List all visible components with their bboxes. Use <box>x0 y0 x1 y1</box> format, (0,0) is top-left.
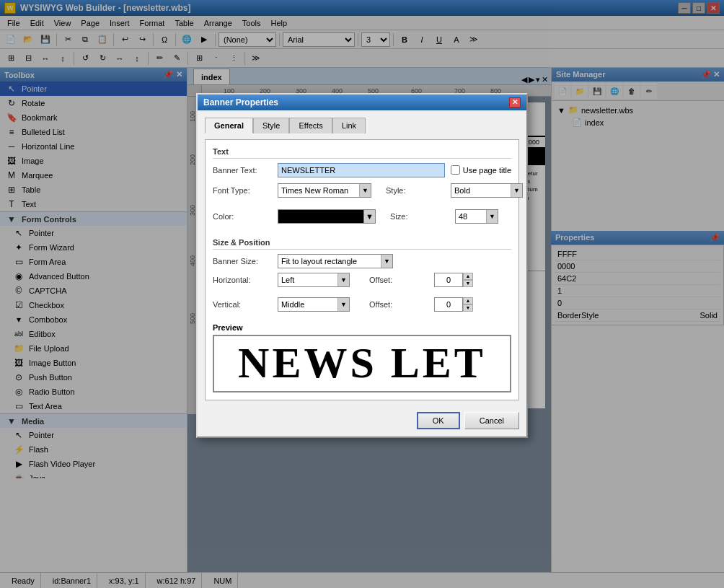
dialog-tab-bar: General Style Effects Link <box>205 118 519 133</box>
horiz-offset-up[interactable]: ▲ <box>463 273 473 280</box>
size-col: Size: 48 ▼ <box>390 209 511 229</box>
style-arrow[interactable]: ▼ <box>511 184 522 197</box>
use-page-title-row: Use page title <box>451 165 511 175</box>
vert-col: Vertical: Middle ▼ <box>213 297 355 317</box>
vert-offset-spinner[interactable]: ▲ ▼ <box>434 297 473 312</box>
banner-size-select[interactable]: Fit to layout rectangle ▼ <box>278 254 393 268</box>
cancel-button[interactable]: Cancel <box>464 412 519 429</box>
horiz-offset-label: Offset: <box>369 276 434 284</box>
font-type-label: Font Type: <box>213 186 278 195</box>
horiz-offset-down[interactable]: ▼ <box>463 280 473 287</box>
dialog-tab-content: Text Banner Text: Use page title Font Ty… <box>205 139 519 400</box>
style-select[interactable]: Bold ▼ <box>451 183 523 198</box>
horizontal-value: Left <box>278 276 337 284</box>
banner-text-input[interactable] <box>278 163 445 177</box>
horiz-offset-btns: ▲ ▼ <box>463 273 473 287</box>
dialog-title-text: Banner Properties <box>203 97 278 107</box>
dialog-tab-general[interactable]: General <box>205 118 253 133</box>
vert-offset-up[interactable]: ▲ <box>463 297 473 304</box>
banner-properties-dialog: Banner Properties ✕ General Style Effect… <box>196 93 528 438</box>
color-row: Color: ▼ <box>213 209 376 224</box>
horizontal-arrow[interactable]: ▼ <box>337 273 349 286</box>
dialog-tab-link[interactable]: Link <box>332 118 366 133</box>
vert-offset-row: Offset: ▲ ▼ <box>369 297 511 312</box>
size-label: Size: <box>390 212 455 221</box>
use-page-title-checkbox[interactable] <box>451 165 460 175</box>
horizontal-select[interactable]: Left ▼ <box>278 273 350 287</box>
use-page-title-label: Use page title <box>463 166 511 175</box>
banner-size-row: Banner Size: Fit to layout rectangle ▼ <box>213 254 511 268</box>
ok-button[interactable]: OK <box>417 412 460 429</box>
vert-form-row: Vertical: Middle ▼ <box>213 297 355 312</box>
style-label: Style: <box>386 186 451 195</box>
banner-text-row: Banner Text: Use page title <box>213 163 511 177</box>
color-col: Color: ▼ <box>213 209 376 229</box>
dialog-tab-style[interactable]: Style <box>253 118 289 133</box>
horiz-offset-input[interactable] <box>434 273 463 287</box>
style-value: Bold <box>451 186 511 195</box>
color-label: Color: <box>213 212 278 221</box>
vertical-row: Vertical: Middle ▼ Offset: <box>213 297 511 317</box>
color-picker[interactable] <box>278 209 364 224</box>
horizontal-row: Horizontal: Left ▼ Offset: <box>213 273 511 293</box>
size-position-title: Size & Position <box>213 238 511 250</box>
vert-offset-btns: ▲ ▼ <box>463 297 473 312</box>
font-type-value: Times New Roman <box>278 186 359 195</box>
font-style-row: Font Type: Times New Roman ▼ Style: Bold <box>213 183 511 203</box>
modal-overlay: Banner Properties ✕ General Style Effect… <box>0 0 724 588</box>
color-dropdown-btn[interactable]: ▼ <box>364 209 376 224</box>
size-select[interactable]: 48 ▼ <box>455 209 498 224</box>
dialog-close-button[interactable]: ✕ <box>509 97 521 107</box>
horiz-col: Horizontal: Left ▼ <box>213 273 355 293</box>
vert-offset-input[interactable] <box>434 297 463 312</box>
horiz-offset-spinner[interactable]: ▲ ▼ <box>434 273 473 287</box>
vertical-arrow[interactable]: ▼ <box>337 298 349 311</box>
preview-area: NEWS LET <box>213 335 511 392</box>
horiz-offset-row: Offset: ▲ ▼ <box>369 273 511 287</box>
horiz-offset-col: Offset: ▲ ▼ <box>369 273 511 293</box>
size-arrow[interactable]: ▼ <box>486 210 498 223</box>
font-type-select[interactable]: Times New Roman ▼ <box>278 183 371 198</box>
horiz-form-row: Horizontal: Left ▼ <box>213 273 355 287</box>
banner-text-label: Banner Text: <box>213 166 278 175</box>
horizontal-label: Horizontal: <box>213 276 278 284</box>
dialog-buttons: OK Cancel <box>205 408 519 429</box>
vert-offset-col: Offset: ▲ ▼ <box>369 297 511 317</box>
preview-text: NEWS LET <box>238 338 486 388</box>
font-type-row: Font Type: Times New Roman ▼ <box>213 183 371 198</box>
font-type-col: Font Type: Times New Roman ▼ <box>213 183 371 203</box>
vertical-label: Vertical: <box>213 300 278 309</box>
dialog-body: General Style Effects Link Text Banner T… <box>198 110 526 436</box>
preview-label: Preview <box>213 323 511 332</box>
vert-offset-label: Offset: <box>369 300 434 309</box>
dialog-tab-effects[interactable]: Effects <box>289 118 332 133</box>
size-row: Size: 48 ▼ <box>390 209 511 224</box>
dialog-title-bar: Banner Properties ✕ <box>198 95 526 110</box>
style-row: Style: Bold ▼ <box>386 183 523 198</box>
style-col: Style: Bold ▼ <box>386 183 523 203</box>
font-type-arrow[interactable]: ▼ <box>359 184 371 197</box>
color-size-row: Color: ▼ Size: 48 ▼ <box>213 209 511 229</box>
banner-size-arrow[interactable]: ▼ <box>381 255 392 268</box>
vert-offset-down[interactable]: ▼ <box>463 304 473 312</box>
vertical-value: Middle <box>278 300 337 309</box>
vertical-select[interactable]: Middle ▼ <box>278 297 350 312</box>
banner-size-value: Fit to layout rectangle <box>278 257 381 266</box>
banner-size-label: Banner Size: <box>213 257 278 266</box>
text-section-title: Text <box>213 147 511 159</box>
size-value: 48 <box>456 212 486 221</box>
